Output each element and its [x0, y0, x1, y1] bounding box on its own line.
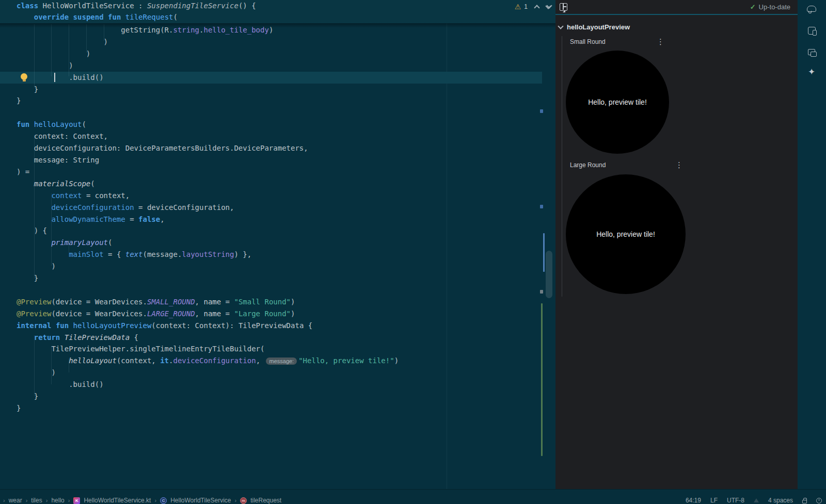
code-line[interactable]: ): [0, 48, 542, 60]
code-line[interactable]: ): [0, 261, 542, 272]
indent-guide: [34, 335, 35, 396]
code-line[interactable]: }: [0, 95, 542, 107]
code-token: false: [138, 215, 160, 223]
tile-text: Hello, preview tile!: [596, 230, 655, 238]
code-token: }: [17, 85, 38, 93]
code-line[interactable]: primaryLayout(: [0, 237, 542, 249]
lock-icon[interactable]: [802, 500, 807, 503]
code-token: ): [17, 262, 56, 270]
code-line[interactable]: [0, 107, 542, 119]
code-line[interactable]: mainSlot = { text(message.layoutString) …: [0, 249, 542, 261]
collapse-chevron-icon[interactable]: [558, 23, 563, 29]
code-line[interactable]: deviceConfiguration: DeviceParametersBui…: [0, 142, 542, 154]
indent-size[interactable]: 4 spaces: [768, 497, 793, 504]
code-line[interactable]: helloLayout(context, it.deviceConfigurat…: [0, 355, 542, 367]
preview-name-large-round: Large Round: [570, 161, 606, 169]
code-line[interactable]: return TilePreviewData {: [0, 332, 542, 344]
code-line[interactable]: message: String: [0, 154, 542, 166]
code-token: @Preview: [17, 310, 51, 318]
running-devices-button[interactable]: [805, 24, 818, 37]
kotlin-file-icon: K: [73, 497, 80, 504]
tile-preview-small-round[interactable]: Hello, preview tile!: [566, 51, 669, 154]
code-token: ) {: [17, 226, 47, 235]
code-line[interactable]: .build(): [0, 72, 542, 84]
code-line[interactable]: }: [0, 84, 542, 95]
code-token: return: [34, 333, 60, 342]
preview-toolbar: ✓ Up-to-date: [555, 0, 798, 15]
encoding[interactable]: UTF-8: [727, 497, 744, 504]
code-token: ,: [195, 298, 204, 306]
code-token: "Small Round": [234, 298, 291, 306]
code-line[interactable]: [0, 284, 542, 296]
sticky-lines-header[interactable]: class HelloWorldTileService : Suspending…: [0, 0, 555, 23]
method-icon: m: [240, 497, 247, 504]
code-area[interactable]: getString(R.string.hello_tile_body) ) ) …: [0, 24, 555, 414]
class-icon: C: [160, 497, 167, 504]
code-line[interactable]: }: [0, 272, 542, 284]
code-token: [17, 13, 34, 21]
preview-group-header[interactable]: helloLayoutPreview: [559, 23, 630, 31]
code-line[interactable]: ) {: [0, 225, 542, 237]
code-token: suspend: [73, 13, 104, 21]
line-ending[interactable]: LF: [710, 497, 718, 504]
check-icon: ✓: [750, 3, 756, 11]
sticky-code-line[interactable]: class HelloWorldTileService : Suspending…: [0, 0, 555, 11]
code-token: it: [160, 356, 169, 365]
code-line[interactable]: materialScope(: [0, 178, 542, 190]
tree-indent-guide: [562, 36, 562, 297]
code-token: helloLayoutPreview: [73, 321, 152, 330]
code-token: [104, 13, 108, 21]
clock-icon[interactable]: [816, 498, 822, 503]
gemini-button[interactable]: ✦: [805, 65, 818, 78]
code-line[interactable]: deviceConfiguration = deviceConfiguratio…: [0, 202, 542, 214]
code-token: }: [17, 96, 21, 105]
prev-issue-icon[interactable]: [534, 5, 539, 10]
code-token: message: String: [17, 156, 99, 164]
device-manager-button[interactable]: [805, 45, 818, 59]
app-quality-insights-button[interactable]: [805, 2, 818, 15]
sticky-code-line[interactable]: override suspend fun tileRequest(: [0, 11, 555, 23]
tile-preview-large-round[interactable]: Hello, preview tile!: [566, 174, 686, 294]
breadcrumb-item[interactable]: HelloWorldTileService: [170, 497, 231, 504]
code-token: primaryLayout: [51, 238, 108, 247]
code-line[interactable]: context: Context,: [0, 131, 542, 142]
code-line[interactable]: allowDynamicTheme = false,: [0, 214, 542, 225]
breadcrumb-item[interactable]: wear: [9, 497, 22, 504]
breadcrumb-item[interactable]: HelloWorldTileService.kt: [84, 497, 151, 504]
code-token: fun: [56, 321, 69, 330]
code-line[interactable]: fun helloLayout(: [0, 119, 542, 131]
breadcrumb[interactable]: › wear › tiles › hello › K HelloWorldTil…: [3, 497, 281, 504]
code-line[interactable]: context = context,: [0, 190, 542, 202]
code-token: }: [17, 404, 21, 412]
code-line[interactable]: }: [0, 391, 542, 402]
code-line[interactable]: ): [0, 36, 542, 48]
intention-bulb-icon[interactable]: [21, 73, 27, 80]
code-line[interactable]: ) =: [0, 166, 542, 178]
code-line[interactable]: ): [0, 367, 542, 379]
code-token: SMALL_ROUND: [147, 298, 195, 306]
code-line[interactable]: ): [0, 60, 542, 72]
indicator-icon[interactable]: [754, 498, 759, 502]
code-token: allowDynamicTheme: [51, 215, 125, 223]
code-token: TilePreviewData: [65, 333, 130, 342]
code-token: = context,: [82, 191, 130, 200]
preview-menu-icon[interactable]: ⋮: [657, 38, 664, 46]
breadcrumb-item[interactable]: tileRequest: [250, 497, 281, 504]
code-line[interactable]: }: [0, 402, 542, 414]
breadcrumb-item[interactable]: tiles: [31, 497, 42, 504]
code-token: helloLayout: [69, 356, 117, 365]
code-line[interactable]: TilePreviewHelper.singleTimelineEntryTil…: [0, 343, 542, 355]
code-token: text: [125, 250, 143, 258]
code-line[interactable]: .build(): [0, 379, 542, 391]
code-line[interactable]: internal fun helloLayoutPreview(context:…: [0, 320, 542, 332]
code-editor[interactable]: getString(R.string.hello_tile_body) ) ) …: [0, 0, 555, 489]
code-token: message:: [266, 357, 297, 365]
caret-position[interactable]: 64:19: [686, 497, 701, 504]
breadcrumb-item[interactable]: hello: [51, 497, 64, 504]
code-line[interactable]: @Preview(device = WearDevices.LARGE_ROUN…: [0, 308, 542, 320]
preview-menu-icon[interactable]: ⋮: [675, 161, 683, 169]
code-token: [69, 321, 73, 330]
code-line[interactable]: @Preview(device = WearDevices.SMALL_ROUN…: [0, 296, 542, 308]
code-token: materialScope: [34, 180, 91, 188]
editor-scrollbar-thumb[interactable]: [546, 251, 552, 298]
